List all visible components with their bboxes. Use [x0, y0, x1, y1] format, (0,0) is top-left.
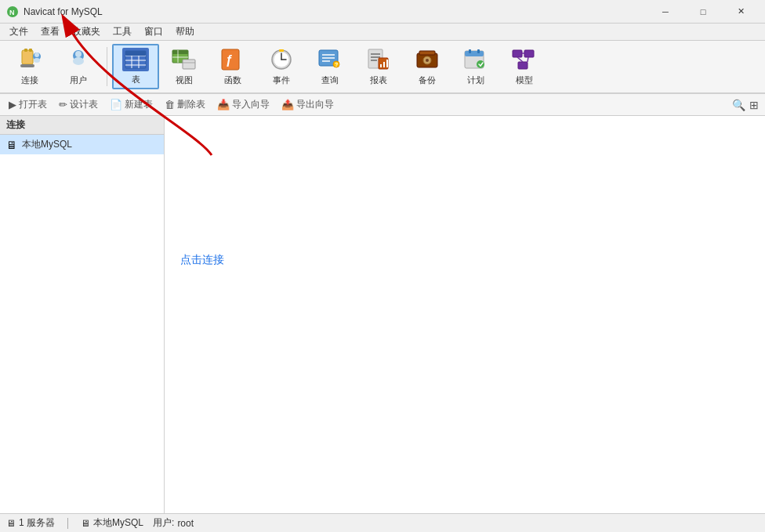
svg-point-8	[34, 58, 40, 63]
svg-rect-3	[24, 49, 27, 52]
grid-view-icon[interactable]: ⊞	[749, 99, 759, 111]
server-name: 本地MySQL	[93, 516, 143, 530]
toolbar-schedule[interactable]: 计划	[452, 44, 499, 89]
svg-rect-44	[383, 62, 385, 67]
toolbar-function[interactable]: ƒ 函数	[209, 44, 256, 89]
model-label: 模型	[516, 74, 533, 86]
sub-design[interactable]: ✏ 设计表	[53, 96, 103, 114]
open-label: 打开表	[19, 98, 47, 111]
content-area: 点击连接	[165, 116, 765, 513]
svg-point-48	[426, 59, 429, 62]
status-sep	[67, 518, 68, 529]
minimize-button[interactable]: ─	[647, 0, 683, 24]
click-hint[interactable]: 点击连接	[180, 253, 224, 267]
db-icon: 🖥	[6, 139, 17, 151]
menu-help[interactable]: 帮助	[169, 24, 201, 40]
svg-point-7	[34, 52, 39, 57]
function-label: 函数	[224, 74, 241, 86]
menu-view[interactable]: 查看	[34, 24, 66, 40]
event-label: 事件	[273, 74, 290, 86]
schedule-label: 计划	[467, 74, 484, 86]
event-icon	[267, 47, 295, 72]
toolbar-event[interactable]: 事件	[258, 44, 305, 89]
function-icon: ƒ	[219, 47, 247, 72]
toolbar-sep-1	[107, 47, 107, 86]
report-icon	[364, 47, 393, 72]
sub-delete[interactable]: 🗑 删除表	[159, 96, 211, 114]
export-label: 导出向导	[296, 98, 334, 111]
svg-text:N: N	[9, 9, 15, 16]
toolbar-model[interactable]: 模型	[501, 44, 548, 89]
svg-rect-41	[371, 60, 377, 61]
sub-search[interactable]: 🔍	[732, 99, 745, 111]
connect-icon	[16, 47, 44, 72]
main-area: 连接 🖥 本地MySQL 点击连接	[0, 116, 765, 513]
svg-line-61	[517, 57, 523, 62]
delete-label: 删除表	[177, 98, 205, 111]
backup-label: 备份	[419, 74, 436, 86]
sub-export[interactable]: 📤 导出向导	[276, 96, 339, 114]
query-label: 查询	[321, 74, 339, 86]
user-value: root	[177, 518, 194, 529]
connect-label: 连接	[21, 74, 38, 86]
sidebar: 连接 🖥 本地MySQL	[0, 116, 165, 513]
toolbar: 连接 用户	[0, 41, 765, 94]
report-label: 报表	[370, 74, 387, 86]
toolbar-report[interactable]: 报表	[355, 44, 402, 89]
export-icon: 📤	[281, 99, 294, 110]
status-server-count: 🖥 1 服务器	[6, 516, 55, 530]
backup-icon	[413, 47, 441, 72]
new-label: 新建表	[125, 98, 153, 111]
menu-file[interactable]: 文件	[3, 24, 34, 40]
user-label: 用户	[70, 74, 87, 86]
menu-bar: 文件 查看 收藏夹 工具 窗口 帮助	[0, 24, 765, 41]
window-controls: ─ □ ✕	[647, 0, 759, 24]
svg-point-54	[477, 60, 484, 68]
window-title: Navicat for MySQL	[24, 6, 647, 17]
sub-open[interactable]: ▶ 打开表	[3, 96, 53, 114]
svg-rect-5	[20, 64, 34, 67]
delete-icon: 🗑	[165, 99, 175, 110]
close-button[interactable]: ✕	[723, 0, 759, 24]
menu-tools[interactable]: 工具	[107, 24, 138, 40]
open-icon: ▶	[9, 99, 16, 110]
status-server-info: 🖥 本地MySQL 用户: root	[81, 516, 194, 530]
status-bar: 🖥 1 服务器 🖥 本地MySQL 用户: root	[0, 513, 765, 532]
svg-rect-45	[386, 60, 388, 67]
svg-rect-31	[279, 49, 284, 52]
table-label: 表	[132, 74, 140, 85]
menu-favorites[interactable]: 收藏夹	[66, 24, 107, 40]
svg-rect-20	[172, 50, 188, 54]
annotation-layer: 点击连接	[165, 116, 765, 513]
svg-rect-2	[22, 50, 33, 64]
svg-rect-51	[465, 51, 484, 56]
sub-toolbar: ▶ 打开表 ✏ 设计表 📄 新建表 🗑 删除表 📥 导入向导 📤 导出向导 🔍 …	[0, 94, 765, 116]
toolbar-table[interactable]: 表	[112, 44, 159, 89]
toolbar-user[interactable]: 用户	[55, 44, 102, 89]
svg-line-62	[528, 57, 528, 62]
toolbar-backup[interactable]: 备份	[404, 44, 451, 89]
toolbar-view[interactable]: 视图	[161, 44, 208, 89]
toolbar-query[interactable]: ? 查询	[306, 44, 353, 89]
title-bar: N Navicat for MySQL ─ □ ✕	[0, 0, 765, 24]
sidebar-header: 连接	[0, 116, 164, 135]
import-label: 导入向导	[232, 98, 270, 111]
svg-rect-52	[469, 49, 471, 53]
svg-rect-53	[477, 49, 480, 53]
search-icon[interactable]: 🔍	[732, 99, 745, 111]
maximize-button[interactable]: □	[685, 0, 721, 24]
svg-rect-43	[380, 64, 382, 67]
menu-window[interactable]: 窗口	[138, 24, 169, 40]
sub-import[interactable]: 📥 导入向导	[212, 96, 275, 114]
svg-rect-57	[513, 50, 522, 57]
schedule-icon	[462, 47, 490, 72]
toolbar-connect[interactable]: 连接	[6, 44, 53, 89]
svg-rect-23	[183, 60, 195, 69]
server-icon: 🖥	[81, 518, 90, 529]
sidebar-item-local-mysql[interactable]: 🖥 本地MySQL	[0, 135, 164, 154]
sub-new[interactable]: 📄 新建表	[104, 96, 158, 114]
design-label: 设计表	[70, 98, 98, 111]
svg-rect-18	[125, 51, 146, 56]
svg-point-10	[75, 51, 82, 57]
user-label: 用户:	[153, 516, 174, 530]
